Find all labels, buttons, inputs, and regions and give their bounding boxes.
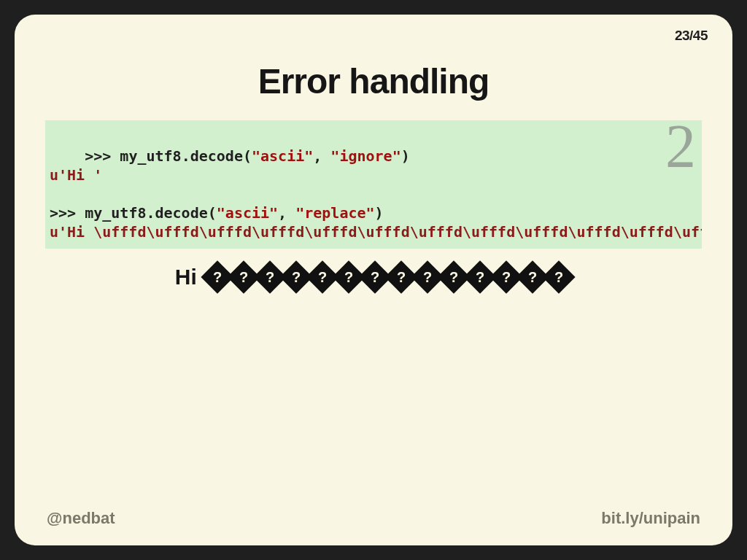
replacement-char-icon [363, 265, 387, 289]
replacement-char-icon [390, 265, 413, 289]
code-line-2-output: u'Hi ' [50, 166, 102, 184]
replacement-char-icon [337, 265, 360, 289]
replacement-char-icon [285, 265, 308, 289]
code-line-4-comma: , [278, 204, 295, 222]
code-line-1-close: ) [401, 147, 410, 165]
code-line-4-prompt: >>> [50, 204, 85, 222]
replacement-char-icon [232, 265, 255, 289]
python-version-badge: 2 [665, 120, 696, 177]
code-line-5-output: u'Hi \ufffd\ufffd\ufffd\ufffd\ufffd\ufff… [50, 223, 702, 241]
slide-title: Error handling [47, 61, 700, 101]
code-line-4-arg1: "ascii" [217, 204, 278, 222]
code-line-1-prompt: >>> [85, 147, 120, 165]
replacement-char-icon [416, 265, 439, 289]
footer-handle: @nedbat [47, 509, 115, 528]
footer: @nedbat bit.ly/unipain [47, 509, 700, 528]
page-total: 45 [693, 28, 708, 43]
code-line-1-call: my_utf8.decode( [120, 147, 252, 165]
replacement-char-icon [258, 265, 282, 289]
code-line-4-close: ) [375, 204, 384, 222]
replacement-char-icon [311, 265, 334, 289]
code-line-4-call: my_utf8.decode( [85, 204, 217, 222]
rendered-output: Hi [47, 265, 700, 289]
code-line-3-blank [50, 185, 58, 203]
slide: 23/45 Error handling 2>>> my_utf8.decode… [15, 15, 732, 545]
replacement-char-icon [468, 265, 492, 289]
code-line-1-arg2: "ignore" [330, 147, 400, 165]
replacement-diamonds [204, 265, 572, 289]
replacement-char-icon [521, 265, 544, 289]
footer-link: bit.ly/unipain [601, 509, 700, 528]
page-current: 23 [675, 28, 689, 43]
replacement-char-icon [547, 265, 570, 289]
code-line-4-arg2: "replace" [295, 204, 374, 222]
code-block: 2>>> my_utf8.decode("ascii", "ignore") u… [45, 120, 702, 249]
replacement-char-icon [206, 265, 229, 289]
replacement-char-icon [442, 265, 465, 289]
rendered-prefix: Hi [175, 265, 197, 289]
page-number: 23/45 [675, 28, 708, 44]
code-line-1-arg1: "ascii" [252, 147, 313, 165]
code-line-1-comma: , [313, 147, 330, 165]
replacement-char-icon [495, 265, 518, 289]
